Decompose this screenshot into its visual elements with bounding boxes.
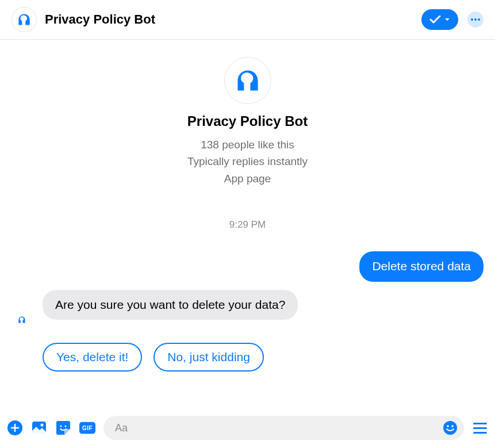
message-row-received: Are you sure you want to delete your dat… [11,290,484,320]
photo-button[interactable] [31,420,47,436]
profile-likes: 138 people like this [201,136,294,153]
sticker-button[interactable] [55,420,71,436]
svg-point-15 [451,425,454,427]
done-dropdown-button[interactable] [421,9,458,30]
chat-scroll-area[interactable]: PRIVACY POLICY BOT Privacy Policy Bot 13… [0,40,495,410]
sent-message-bubble[interactable]: Delete stored data [359,251,484,281]
quick-replies-row: Yes, delete it! No, just kidding [43,343,484,372]
image-icon [32,421,47,435]
smiley-icon [443,420,458,435]
menu-button[interactable] [472,420,488,436]
message-composer: GIF [0,410,495,448]
svg-rect-1 [23,19,25,22]
chat-title[interactable]: Privacy Policy Bot [45,12,413,27]
svg-rect-6 [21,319,22,321]
message-input[interactable] [115,422,442,434]
plus-circle-icon [7,420,22,435]
dot-icon [471,18,473,21]
bot-logo-icon [18,316,26,324]
received-message-bubble[interactable]: Are you sure you want to delete your dat… [43,290,298,320]
header-actions [421,9,484,30]
add-button[interactable] [7,420,23,436]
bot-logo-icon [17,13,31,26]
profile-name: Privacy Policy Bot [187,113,308,129]
quick-reply-yes[interactable]: Yes, delete it! [43,343,142,372]
gif-label: GIF [82,425,93,431]
dot-icon [478,18,480,21]
bot-avatar-mini[interactable] [15,313,29,327]
svg-point-11 [65,426,67,427]
svg-rect-3 [245,79,250,86]
menu-line-icon [473,432,487,434]
svg-point-9 [41,424,44,427]
message-input-wrapper[interactable] [103,416,464,440]
message-row-sent: Delete stored data [11,251,484,281]
quick-reply-no[interactable]: No, just kidding [154,343,264,372]
bot-logo-icon: PRIVACY POLICY BOT [235,68,260,93]
conversation-timestamp: 9:29 PM [11,219,484,231]
emoji-button[interactable] [442,420,458,436]
svg-point-10 [60,426,62,427]
gif-button[interactable]: GIF [79,420,95,436]
bot-avatar-large[interactable]: PRIVACY POLICY BOT [224,57,271,104]
bot-profile-block: PRIVACY POLICY BOT Privacy Policy Bot 13… [11,57,484,187]
bot-avatar-small[interactable] [11,7,37,32]
svg-text:PRIVACY POLICY BOT: PRIVACY POLICY BOT [235,93,260,93]
menu-line-icon [473,423,487,424]
sticker-icon [56,420,71,435]
menu-line-icon [473,427,487,429]
checkmark-icon [429,16,442,24]
more-options-button[interactable] [467,12,484,28]
chevron-down-icon [444,18,450,21]
profile-page-type[interactable]: App page [224,170,271,187]
svg-point-14 [447,425,449,427]
svg-point-13 [443,421,457,435]
profile-reply-time: Typically replies instantly [187,153,308,170]
chat-header: Privacy Policy Bot [0,0,495,40]
dot-icon [474,18,477,21]
